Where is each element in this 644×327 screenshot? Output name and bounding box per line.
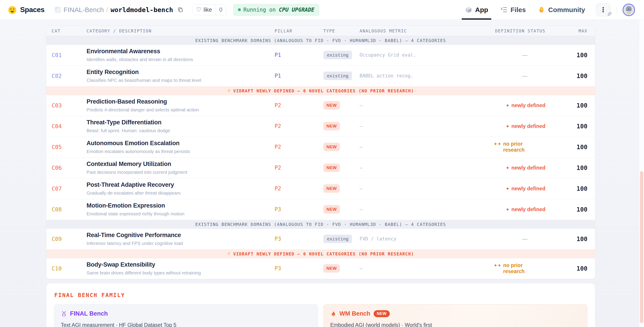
- table-row: C01 Environmental Awareness Identifies w…: [46, 45, 595, 66]
- table-row: C07 Post-Threat Adaptive Recovery Gradua…: [46, 178, 595, 199]
- row-type-badge: NEW: [323, 205, 340, 214]
- running-status-badge[interactable]: Running on CPU UPGRADE: [233, 4, 319, 16]
- row-category-cell: Prediction-Based Reasoning Predicts 4-di…: [86, 98, 274, 112]
- family-card-title: FINAL Bench: [70, 310, 108, 317]
- col-header-type: TYPE: [323, 28, 360, 33]
- row-pillar: P2: [274, 123, 323, 129]
- row-status: ✦ newly defined: [506, 123, 558, 129]
- kebab-menu-button[interactable]: ⋮: [596, 3, 611, 16]
- spaces-brand[interactable]: Spaces: [8, 5, 44, 14]
- scrollbar-track[interactable]: [639, 20, 644, 327]
- row-metric: –: [360, 207, 494, 212]
- row-pillar: P2: [274, 102, 323, 108]
- row-cat: C08: [46, 206, 86, 213]
- row-metric: –: [360, 165, 494, 170]
- lightning-icon: ⚡: [228, 88, 231, 94]
- row-description: Past decisions incorporated into current…: [86, 170, 274, 175]
- row-category-cell: Contextual Memory Utilization Past decis…: [86, 160, 274, 175]
- row-max: 100: [576, 164, 595, 171]
- tab-app-label: App: [475, 6, 488, 14]
- row-type-cell: existing: [323, 235, 360, 243]
- row-description: Predicts 4-directional danger and select…: [86, 107, 274, 112]
- row-status: ✦ newly defined: [506, 102, 558, 108]
- row-pillar: P3: [274, 236, 323, 242]
- tab-app[interactable]: App: [465, 0, 488, 20]
- row-cat: C01: [46, 52, 86, 58]
- family-card: FINAL Bench Text AGI measurement · HF Gl…: [54, 304, 318, 327]
- top-header: Spaces FINAL-Bench / worldmodel-bench ♡ …: [0, 0, 644, 20]
- row-type-badge: NEW: [323, 122, 340, 130]
- row-max: 100: [576, 102, 595, 109]
- scrollbar-thumb[interactable]: [640, 171, 643, 323]
- org-avatar-icon[interactable]: [55, 7, 61, 13]
- file-list-icon: [500, 6, 508, 14]
- table-row: C10 Body-Swap Extensibility Same brain d…: [46, 258, 595, 279]
- row-category-cell: Post-Threat Adaptive Recovery Gradually …: [86, 182, 274, 196]
- family-card: WM Bench NEW Embodied AGI (world models)…: [323, 304, 588, 327]
- row-cat: C02: [46, 73, 86, 79]
- row-title: Entity Recognition: [86, 69, 274, 76]
- row-category-cell: Entity Recognition Classifies NPC as bea…: [86, 69, 274, 83]
- hardware-label: CPU UPGRADE: [279, 7, 314, 13]
- row-metric: BABEL action recog.: [360, 73, 494, 78]
- col-header-category: CATEGORY / DESCRIPTION: [86, 28, 274, 33]
- row-cat: C10: [46, 265, 86, 272]
- cube-icon: [465, 6, 472, 14]
- row-status-label: no prior research: [503, 262, 546, 274]
- hand-wave-icon: [538, 6, 546, 14]
- header-divider: [616, 6, 617, 13]
- row-description: Emotional state expressed richly through…: [86, 211, 274, 216]
- user-avatar[interactable]: [622, 4, 635, 16]
- table-row: C09 Real-Time Cognitive Performance Infe…: [46, 229, 595, 250]
- table-row: C04 Threat-Type Differentiation Beast: f…: [46, 116, 595, 137]
- family-card-new-badge: NEW: [374, 310, 390, 317]
- main-content: CAT CATEGORY / DESCRIPTION PILLAR TYPE A…: [46, 26, 595, 327]
- row-cat: C07: [46, 186, 86, 192]
- row-type-badge: NEW: [323, 264, 340, 273]
- row-description: Identifies walls, obstacles and terrain …: [86, 57, 274, 62]
- section-banner-label: VIDRAFT NEWLY DEFINED — 6 NOVEL CATEGORI…: [233, 252, 414, 256]
- section-banner-label: EXISTING BENCHMARK DOMAINS (ANALOGOUS TO…: [195, 38, 446, 43]
- row-cat: C09: [46, 236, 86, 242]
- brand-label: Spaces: [20, 6, 44, 14]
- row-status-label: newly defined: [512, 123, 546, 129]
- row-cat: C06: [46, 164, 86, 171]
- tab-files[interactable]: Files: [500, 0, 526, 20]
- hugging-face-logo: [8, 5, 17, 14]
- row-status-label: —: [522, 52, 528, 58]
- dna-icon: [61, 311, 67, 317]
- section-banner-label: VIDRAFT NEWLY DEFINED — 6 NOVEL CATEGORI…: [233, 88, 414, 93]
- row-type-badge: NEW: [323, 184, 340, 193]
- col-header-pillar: PILLAR: [274, 28, 323, 33]
- section-banner-label: EXISTING BENCHMARK DOMAINS (ANALOGOUS TO…: [195, 222, 446, 227]
- row-title: Autonomous Emotion Escalation: [86, 140, 274, 147]
- row-pillar: P2: [274, 186, 323, 192]
- sparkle-icon: ✦: [506, 103, 510, 108]
- row-status: —: [522, 73, 558, 79]
- tab-community[interactable]: Community: [538, 0, 585, 20]
- family-heading: FINAL BENCH FAMILY: [54, 292, 588, 298]
- flame-icon: [330, 311, 336, 317]
- like-button[interactable]: ♡ like: [192, 4, 216, 15]
- copy-icon[interactable]: [177, 7, 183, 13]
- col-header-status: DEFINITION STATUS: [495, 28, 558, 33]
- like-count[interactable]: 0: [216, 4, 226, 15]
- tab-community-label: Community: [548, 6, 585, 14]
- kebab-icon: ⋮: [600, 6, 607, 13]
- family-section: FINAL BENCH FAMILY FINAL Bench Text AGI …: [46, 283, 595, 327]
- breadcrumb-space-link[interactable]: worldmodel-bench: [111, 6, 173, 14]
- breadcrumb-owner-link[interactable]: FINAL-Bench: [64, 6, 104, 14]
- row-type-badge: existing: [323, 72, 352, 80]
- tab-files-label: Files: [510, 6, 526, 14]
- table-section-banner: ⚡ VIDRAFT NEWLY DEFINED — 6 NOVEL CATEGO…: [46, 86, 595, 95]
- row-category-cell: Body-Swap Extensibility Same brain drive…: [86, 261, 274, 276]
- row-metric: –: [360, 144, 494, 150]
- family-card-lines: Text AGI measurement · HF Global Dataset…: [61, 321, 311, 327]
- row-status-label: newly defined: [512, 206, 546, 212]
- row-type-cell: NEW: [323, 122, 360, 130]
- row-type-cell: existing: [323, 51, 360, 59]
- status-dot-icon: [238, 8, 241, 11]
- row-description: Gradually de-escalates after threat disa…: [86, 190, 274, 196]
- header-right: App Files Community ⋮: [453, 0, 635, 20]
- family-card-header: WM Bench NEW: [330, 310, 580, 317]
